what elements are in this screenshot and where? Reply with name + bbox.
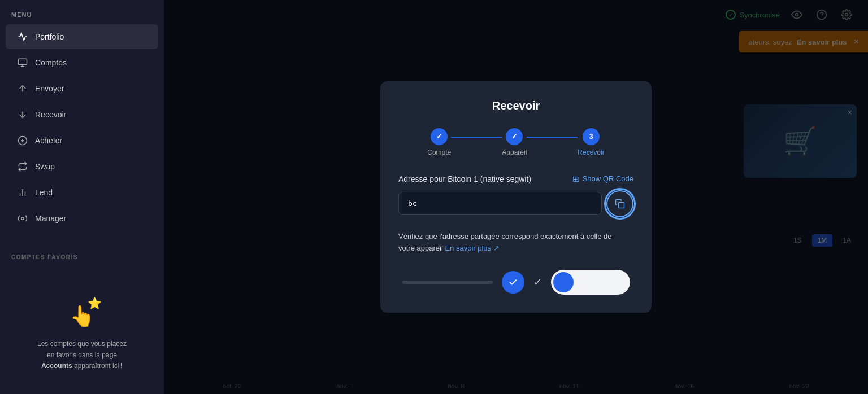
portfolio-icon: [17, 31, 28, 42]
copy-button-wrapper: [606, 190, 633, 217]
swap-icon: [17, 161, 28, 172]
verify-text: Vérifiez que l'adresse partagée correspo…: [398, 231, 633, 255]
acheter-icon: [17, 135, 28, 146]
toggle-button[interactable]: [551, 270, 630, 295]
step-line-2: [527, 137, 578, 138]
lend-label: Lend: [35, 188, 53, 197]
sidebar-item-recevoir[interactable]: Recevoir: [6, 102, 158, 127]
comptes-favoris-label: COMPTES FAVORIS: [0, 254, 164, 266]
step-compte-label: Compte: [427, 148, 451, 156]
step-recevoir-circle: 3: [583, 128, 600, 145]
manager-icon: [17, 213, 28, 224]
manager-label: Manager: [35, 214, 66, 223]
acheter-label: Acheter: [35, 136, 62, 145]
sidebar-item-comptes[interactable]: Comptes: [6, 50, 158, 75]
swap-label: Swap: [35, 162, 55, 171]
comptes-label: Comptes: [35, 58, 67, 67]
sidebar: MENU Portfolio Comptes Envoyer: [0, 0, 164, 394]
recevoir-icon: [17, 109, 28, 120]
address-header: Adresse pour Bitcoin 1 (native segwit) ⊞…: [398, 174, 633, 183]
svg-rect-16: [619, 202, 624, 208]
lend-icon: [17, 187, 28, 198]
sidebar-item-lend[interactable]: Lend: [6, 180, 158, 205]
portfolio-label: Portfolio: [35, 32, 64, 41]
menu-label: MENU: [0, 11, 164, 24]
step-compte-circle: ✓: [431, 128, 448, 145]
address-input[interactable]: [398, 192, 602, 215]
step-compte: ✓ Compte: [427, 128, 451, 156]
step-recevoir-label: Recevoir: [578, 148, 604, 156]
external-link-icon: ↗: [493, 243, 500, 255]
comptes-favoris-description: Les comptes que vous placez en favoris d…: [37, 339, 127, 371]
step-appareil: ✓ Appareil: [502, 128, 527, 156]
bottom-controls: ✓: [398, 270, 633, 295]
star-hand-icon: ⭐ 👆: [59, 294, 105, 339]
checkmark-small: ✓: [533, 276, 542, 288]
check-circle-button[interactable]: [502, 271, 524, 294]
step-line-1: [451, 137, 502, 138]
comptes-favoris-area: ⭐ 👆 Les comptes que vous placez en favor…: [0, 266, 164, 383]
main-area: ✓ Synchronisé ateurs, soyez En savoir pl…: [164, 0, 868, 394]
svg-rect-0: [19, 59, 27, 65]
toggle-knob: [553, 272, 574, 292]
comptes-icon: [17, 57, 28, 68]
envoyer-label: Envoyer: [35, 84, 64, 93]
qr-icon: ⊞: [572, 174, 579, 183]
recevoir-label: Recevoir: [35, 110, 66, 119]
hand-icon: 👆: [70, 304, 95, 328]
verify-text-2: votre appareil: [398, 244, 443, 252]
slider-track: [402, 281, 493, 284]
sidebar-item-swap[interactable]: Swap: [6, 154, 158, 179]
sidebar-item-manager[interactable]: Manager: [6, 206, 158, 231]
modal-title: Recevoir: [398, 99, 633, 112]
step-appareil-label: Appareil: [502, 148, 527, 156]
show-qr-label: Show QR Code: [583, 174, 633, 183]
address-input-row: [398, 190, 633, 217]
sidebar-item-envoyer[interactable]: Envoyer: [6, 76, 158, 101]
learn-more-label: En savoir plus: [445, 243, 491, 255]
learn-more-link[interactable]: En savoir plus ↗: [445, 243, 500, 255]
receive-modal: Recevoir ✓ Compte ✓ Appareil 3 Recevoir: [380, 81, 652, 313]
stepper: ✓ Compte ✓ Appareil 3 Recevoir: [398, 128, 633, 156]
address-title: Adresse pour Bitcoin 1 (native segwit): [398, 174, 531, 183]
verify-text-1: Vérifiez que l'adresse partagée correspo…: [398, 232, 612, 240]
sidebar-item-acheter[interactable]: Acheter: [6, 128, 158, 153]
modal-overlay: Recevoir ✓ Compte ✓ Appareil 3 Recevoir: [164, 0, 868, 394]
show-qr-button[interactable]: ⊞ Show QR Code: [572, 174, 633, 183]
copy-button[interactable]: [606, 190, 633, 217]
envoyer-icon: [17, 83, 28, 94]
svg-point-11: [21, 217, 24, 220]
sidebar-item-portfolio[interactable]: Portfolio: [6, 24, 158, 49]
step-appareil-circle: ✓: [506, 128, 523, 145]
step-recevoir: 3 Recevoir: [578, 128, 604, 156]
